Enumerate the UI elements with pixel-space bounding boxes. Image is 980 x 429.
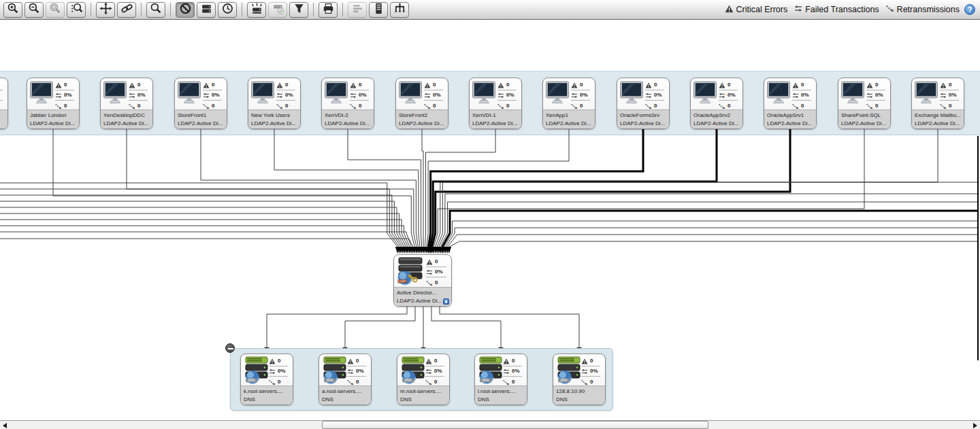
- node-card-oracleappsrv1[interactable]: 0 0% 0 OracleAppSrv1 LDAP2-Active Di...: [764, 78, 817, 129]
- node-stats: 0 0% 0: [424, 356, 448, 386]
- server-alert-button[interactable]: [247, 2, 266, 18]
- pan-button[interactable]: [96, 2, 115, 18]
- zoom-out-button[interactable]: [24, 2, 44, 18]
- retransmissions-count: 0: [949, 103, 951, 109]
- node-card-exchange-mailbo[interactable]: 0 0% 0 Exchange Mailbo... LDAP2-Active D…: [911, 78, 964, 129]
- help-icon[interactable]: ?: [964, 4, 975, 15]
- filter-button[interactable]: [289, 2, 308, 18]
- retransmissions-count: 0: [433, 103, 436, 109]
- node-label: Exchange Mailbo... LDAP2-Active Di...: [912, 109, 964, 128]
- node-icon: [250, 80, 275, 110]
- node-card-xenvdi-1[interactable]: 0 0% 0 XenVDI-1 LDAP2-Active Di...: [469, 78, 522, 129]
- node-icon: [545, 80, 570, 110]
- dns-node-card-128-8-10-90[interactable]: DNS 0 0% 0 128.8.10.90 DNS: [553, 354, 606, 405]
- critical-errors-count: 0: [433, 82, 436, 88]
- node-card-jabber-london[interactable]: 0 0% 0 Jabber London LDAP2-Active Di...: [27, 78, 80, 129]
- pan-icon: [99, 2, 112, 18]
- failed-transactions-value: 0%: [433, 92, 441, 98]
- node-name: Jabber London: [30, 111, 76, 120]
- node-type: LDAP2-Active Di...: [397, 297, 442, 305]
- failed-transactions-value: 0%: [949, 92, 957, 98]
- node-name: StoreFront2: [399, 111, 445, 120]
- dns-node-card-m-root-servers[interactable]: DNS 0 0% 0 m.root-servers.... DNS: [397, 354, 450, 405]
- server-check-icon: [272, 2, 284, 18]
- failed-transactions-value: 0%: [278, 368, 286, 374]
- node-name: New York Users: [251, 111, 297, 120]
- node-stats: 0 0% 0: [570, 80, 593, 110]
- toolbar-separator: [342, 3, 343, 16]
- retransmissions-count: 0: [278, 379, 280, 385]
- node-icon: DNS: [321, 356, 346, 386]
- server-button[interactable]: [197, 2, 216, 18]
- node-card-xenapp1[interactable]: 0 0% 0 XenApp1 LDAP2-Active Di...: [542, 78, 595, 129]
- clock-button[interactable]: [218, 2, 237, 18]
- node-card-oracleformssrv[interactable]: 0 0% 0 OracleFormsSrv LDAP2-Active Di...: [617, 78, 670, 129]
- printer-button[interactable]: [318, 2, 338, 18]
- svg-text:DNS: DNS: [561, 379, 568, 382]
- server-cabinet-icon: [372, 2, 385, 18]
- dns-node-card-l-root-servers[interactable]: DNS 0 0% 0 l.root-servers.... DNS: [474, 354, 527, 405]
- failed-transactions-value: 0%: [875, 92, 883, 98]
- node-icon: [619, 80, 644, 110]
- node-type: LDAP2-Active Di...: [251, 120, 296, 128]
- node-type: DNS: [556, 396, 568, 404]
- zoom-region-button[interactable]: [67, 2, 86, 18]
- node-icon: LDAP: [396, 257, 425, 287]
- scroll-right-icon[interactable]: [970, 421, 980, 429]
- zoom-out-icon: [28, 2, 41, 18]
- node-name: a.root-servers....: [322, 388, 368, 396]
- retransmissions-count: 0: [801, 103, 804, 109]
- node-card-active-directory[interactable]: LDAP 0 0% 0 Active Director... LDAP2-Act…: [393, 254, 452, 307]
- node-name: l.root-servers....: [478, 388, 524, 396]
- node-stats: 0 0% 0: [346, 356, 370, 386]
- critical-errors-count: 0: [512, 358, 514, 364]
- critical-errors-count: 0: [801, 82, 804, 88]
- node-card-xendesktopddc[interactable]: 0 0% 0 XenDesktopDDC LDAP2-Active Di...: [100, 78, 153, 129]
- retransmissions-count: 0: [512, 379, 514, 385]
- retransmissions-count: 0: [359, 103, 361, 109]
- network-tree-icon: [393, 2, 406, 18]
- zoom-in-button[interactable]: [3, 2, 22, 18]
- failed-transactions-value: 0%: [212, 92, 220, 98]
- suppress-button[interactable]: [176, 2, 195, 18]
- node-name: OracleFormsSrv: [620, 111, 666, 120]
- partial-node-card[interactable]: [0, 78, 8, 129]
- dns-node-card-a-root-servers[interactable]: DNS 0 0% 0 a.root-servers.... DNS: [318, 354, 372, 405]
- scrollbar-thumb[interactable]: [322, 421, 708, 429]
- server-cabinet-button[interactable]: [369, 2, 388, 18]
- failed-transactions-value: 0%: [506, 92, 514, 98]
- node-type: LDAP2-Active Di...: [178, 120, 223, 128]
- node-stats: 0 0% 0: [644, 80, 668, 110]
- search-button[interactable]: [146, 2, 165, 18]
- node-label: OracleAppSrv2 LDAP2-Active Di...: [691, 109, 742, 128]
- collapse-minus-icon[interactable]: [225, 343, 235, 353]
- node-type: LDAP2-Active Di...: [841, 120, 886, 128]
- node-card-new-york-users[interactable]: 0 0% 0 New York Users LDAP2-Active Di...: [248, 78, 301, 129]
- node-name: k.root-servers....: [244, 388, 290, 396]
- retransmissions-count: 0: [212, 103, 214, 109]
- node-card-xenvdi-2[interactable]: 0 0% 0 XenVDI-2 LDAP2-Active Di...: [321, 78, 374, 129]
- node-label: l.root-servers.... DNS: [475, 385, 527, 405]
- node-type: LDAP2-Active Di...: [693, 120, 738, 128]
- node-card-sharepoint-sql[interactable]: 0 0% 0 SharePoint-SQL LDAP2-Active Di...: [838, 78, 891, 129]
- zoom-in-icon: [7, 2, 20, 18]
- failed-transactions-icon: [794, 5, 802, 14]
- zoom-region-icon: [70, 2, 83, 18]
- toolbar-separator: [141, 3, 142, 16]
- critical-errors-count: 0: [285, 82, 288, 88]
- node-type: LDAP2-Active Di...: [620, 120, 665, 128]
- network-tree-button[interactable]: [390, 2, 409, 18]
- node-card-storefront1[interactable]: 0 0% 0 StoreFront1 LDAP2-Active Di...: [174, 78, 227, 129]
- dns-node-card-k-root-servers[interactable]: DNS 0 0% 0 k.root-servers.... DNS: [240, 354, 293, 405]
- node-label: SharePoint-SQL LDAP2-Active Di...: [838, 109, 890, 128]
- node-stats: 0 0% 0: [54, 80, 78, 110]
- node-card-storefront2[interactable]: 0 0% 0 StoreFront2 LDAP2-Active Di...: [395, 78, 448, 129]
- scroll-left-icon[interactable]: [0, 421, 10, 429]
- node-card-oracleappsrv2[interactable]: 0 0% 0 OracleAppSrv2 LDAP2-Active Di...: [690, 78, 743, 129]
- node-label: a.root-servers.... DNS: [319, 385, 371, 405]
- node-icon: DNS: [243, 356, 267, 386]
- legend-label: Retransmissions: [897, 5, 960, 14]
- link-icon: [120, 2, 133, 18]
- link-button[interactable]: [117, 2, 136, 18]
- failed-transactions-value: 0%: [801, 92, 809, 98]
